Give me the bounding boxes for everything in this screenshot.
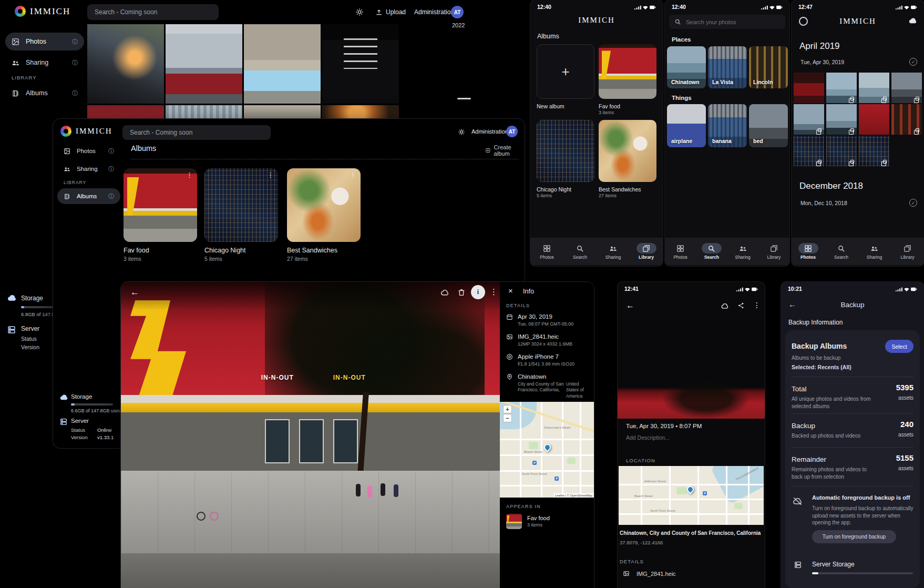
album-card[interactable] — [599, 120, 656, 182]
location-map[interactable]: Fisherman's Wharf Beach Street North Poi… — [500, 402, 594, 498]
photo-thumbnail[interactable] — [826, 73, 857, 103]
new-album-card[interactable]: + — [537, 44, 594, 99]
section-title: Albums — [537, 33, 559, 40]
info-icon[interactable]: ⓘ — [108, 165, 114, 173]
album-menu-icon[interactable]: ⋮ — [350, 171, 356, 178]
photo-thumbnail[interactable] — [859, 73, 889, 103]
photo-thumbnail[interactable] — [859, 104, 889, 135]
photo-thumbnail[interactable] — [794, 73, 824, 103]
photo-preview[interactable] — [618, 321, 765, 419]
cloud-upload-icon[interactable] — [721, 302, 729, 309]
info-icon[interactable]: ⓘ — [72, 38, 78, 46]
place-card[interactable]: Lincoln — [749, 46, 788, 88]
album-card[interactable]: ⋮ Fav food 3 items — [124, 168, 197, 262]
avatar[interactable]: AT — [506, 126, 518, 137]
select-day-checkbox[interactable]: ✓ — [909, 58, 917, 66]
album-menu-icon[interactable]: ⋮ — [267, 171, 274, 178]
status-icons — [634, 4, 656, 10]
sidebar-item-photos[interactable]: Photos ⓘ — [57, 143, 120, 159]
nav-photos[interactable]: Photos — [530, 243, 563, 260]
photo-thumbnail[interactable] — [826, 104, 857, 135]
album-card[interactable] — [599, 44, 656, 99]
photo-thumbnail[interactable] — [859, 136, 889, 166]
create-album-button[interactable]: Create album — [485, 144, 525, 157]
nav-search[interactable]: Search — [563, 243, 597, 260]
album-card[interactable] — [537, 120, 594, 182]
nav-sharing[interactable]: Sharing — [858, 243, 891, 260]
nav-search[interactable]: Search — [825, 243, 858, 260]
search-input[interactable] — [686, 19, 775, 25]
administration-link[interactable]: Administration — [471, 128, 508, 135]
sidebar-item-photos[interactable]: Photos ⓘ — [5, 33, 84, 50]
map-zoom-in[interactable]: + — [503, 405, 512, 413]
menu-icon[interactable]: ⋮ — [490, 288, 498, 296]
turn-on-backup-button[interactable]: Turn on foreground backup — [812, 530, 896, 543]
thing-card[interactable]: bed — [749, 104, 788, 147]
album-count: 27 items — [287, 256, 361, 262]
map-zoom-out[interactable]: − — [503, 414, 512, 422]
sidebar-item-albums[interactable]: Albums ⓘ — [5, 84, 84, 102]
avatar[interactable]: AT — [451, 6, 464, 18]
close-icon[interactable]: × — [508, 286, 513, 295]
nav-sharing[interactable]: Sharing — [597, 243, 630, 260]
photo-thumbnail[interactable] — [322, 24, 399, 104]
nav-sharing[interactable]: Sharing — [727, 243, 758, 260]
info-button-active[interactable]: i — [471, 285, 485, 299]
timeline-scrubber-handle[interactable] — [457, 98, 471, 99]
search-bar[interactable] — [669, 15, 785, 29]
nav-library[interactable]: Library — [758, 243, 789, 260]
stat-label: Total — [792, 385, 807, 393]
trash-icon[interactable] — [457, 288, 466, 297]
info-icon[interactable]: ⓘ — [108, 192, 114, 200]
cloud-download-icon[interactable] — [440, 288, 449, 297]
select-button[interactable]: Select — [885, 340, 913, 353]
album-card[interactable]: ⋮ Best Sandwiches 27 items — [287, 168, 361, 262]
nav-photos[interactable]: Photos — [792, 243, 825, 260]
info-icon[interactable]: ⓘ — [72, 59, 78, 67]
theme-toggle-icon[interactable] — [355, 8, 364, 16]
nav-library[interactable]: Library — [891, 243, 924, 260]
upload-button[interactable]: Upload — [375, 8, 406, 16]
menu-icon[interactable]: ⋮ — [753, 301, 761, 309]
stack-icon — [883, 160, 887, 164]
info-icon[interactable]: ⓘ — [108, 147, 114, 155]
nav-photos[interactable]: Photos — [665, 243, 696, 260]
administration-link[interactable]: Administration — [414, 8, 454, 16]
server-title: Server — [21, 325, 39, 332]
location-map[interactable]: The Embarcadero Jefferson Street Beach S… — [619, 466, 764, 525]
album-menu-icon[interactable]: ⋮ — [186, 171, 193, 178]
photo-viewer[interactable]: IN-N-OUT IN-N-OUT ← i ⋮ — [121, 282, 500, 588]
place-card[interactable]: La Vista — [708, 46, 747, 88]
photo-thumbnail[interactable] — [166, 24, 242, 104]
photo-thumbnail[interactable] — [794, 104, 824, 135]
sidebar-item-sharing[interactable]: Sharing ⓘ — [5, 54, 84, 72]
nav-search[interactable]: Search — [696, 243, 727, 260]
photo-thumbnail[interactable] — [794, 136, 824, 166]
nav-library[interactable]: Library — [630, 243, 663, 260]
photo-thumbnail[interactable] — [826, 136, 857, 166]
select-day-checkbox[interactable]: ✓ — [909, 199, 917, 207]
photo-thumbnail[interactable] — [891, 104, 922, 135]
search-input[interactable] — [122, 125, 271, 140]
theme-toggle-icon[interactable] — [458, 128, 465, 136]
photo-thumbnail[interactable] — [244, 24, 321, 104]
thing-card[interactable]: airplane — [667, 104, 706, 147]
sidebar-item-albums[interactable]: Albums ⓘ — [57, 188, 120, 204]
cloud-backup-icon[interactable] — [908, 17, 918, 24]
sidebar-item-sharing[interactable]: Sharing ⓘ — [57, 161, 120, 177]
album-card[interactable]: ⋮ Chicago Night 5 items — [204, 168, 278, 262]
back-icon[interactable]: ← — [626, 301, 634, 310]
search-input[interactable] — [87, 4, 219, 20]
thing-card[interactable]: banana — [708, 104, 747, 147]
place-card[interactable]: Chinatown — [667, 46, 706, 88]
photos-icon — [12, 38, 19, 46]
appears-in-album[interactable]: Fav food 3 items — [506, 513, 550, 529]
info-icon[interactable]: ⓘ — [72, 89, 78, 97]
details-label: DETAILS — [506, 303, 530, 308]
back-icon[interactable]: ← — [130, 287, 139, 298]
photo-thumbnail[interactable] — [87, 24, 164, 104]
description-input[interactable] — [626, 434, 752, 441]
share-icon[interactable] — [737, 302, 745, 309]
photo-thumbnail[interactable] — [891, 73, 922, 103]
page-title: Backup — [781, 301, 924, 309]
